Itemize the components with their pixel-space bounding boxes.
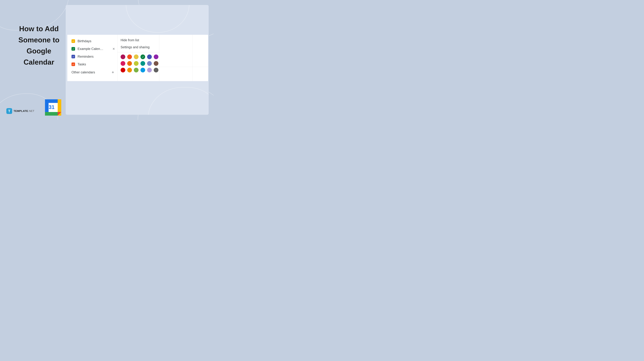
brand-name: TEMPLATE — [14, 110, 28, 112]
other-calendars-label: Other calendars — [72, 70, 95, 74]
page-title: How to Add Someone to Google Calendar — [13, 23, 65, 68]
color-swatch-selected[interactable] — [140, 54, 145, 59]
color-swatch[interactable] — [127, 68, 132, 72]
calendar-list: Birthdays Example Calen… Reminders — [67, 35, 118, 81]
color-picker — [118, 54, 159, 72]
inner-panel: Birthdays Example Calen… Reminders — [66, 5, 209, 115]
calendar-label: Tasks — [78, 62, 115, 66]
google-calendar-logo-icon: 31 — [45, 99, 61, 116]
checkbox-icon[interactable] — [72, 47, 75, 51]
close-icon[interactable] — [112, 47, 115, 50]
calendar-row-reminders[interactable]: Reminders — [72, 54, 115, 60]
color-swatch[interactable] — [127, 61, 132, 66]
svg-rect-5 — [45, 103, 48, 112]
color-swatch[interactable] — [154, 68, 158, 72]
menu-settings-sharing[interactable]: Settings and sharing — [118, 44, 159, 51]
brand-suffix: .NET — [28, 110, 34, 112]
color-swatch[interactable] — [134, 54, 138, 59]
calendar-label: Reminders — [78, 55, 115, 58]
color-swatch[interactable] — [154, 54, 158, 59]
color-swatch[interactable] — [154, 61, 158, 66]
color-swatch[interactable] — [134, 61, 138, 66]
color-swatch[interactable] — [127, 54, 132, 59]
calendar-context-menu: Hide from list Settings and sharing — [118, 35, 159, 81]
brand-badge: T TEMPLATE.NET — [6, 108, 34, 114]
color-swatch[interactable] — [140, 68, 145, 72]
decor-curve — [148, 87, 209, 115]
checkbox-icon[interactable] — [72, 62, 75, 66]
color-swatch[interactable] — [134, 68, 138, 72]
other-calendars-row[interactable]: Other calendars — [72, 70, 115, 74]
calendar-label: Birthdays — [78, 39, 115, 43]
decor-curve — [126, 5, 189, 32]
calendar-row-example[interactable]: Example Calen… — [72, 46, 115, 52]
color-swatch[interactable] — [147, 61, 152, 66]
calendar-label: Example Calen… — [78, 47, 110, 51]
color-swatch[interactable] — [120, 61, 125, 66]
brand-text: TEMPLATE.NET — [14, 110, 34, 112]
plus-icon[interactable] — [111, 70, 115, 74]
calendar-screenshot: Birthdays Example Calen… Reminders — [67, 35, 208, 81]
svg-rect-3 — [45, 112, 58, 116]
calendar-grid — [159, 35, 208, 81]
color-swatch[interactable] — [120, 54, 125, 59]
svg-text:31: 31 — [49, 104, 54, 110]
calendar-row-tasks[interactable]: Tasks — [72, 61, 115, 67]
calendar-row-birthdays[interactable]: Birthdays — [72, 38, 115, 44]
color-swatch[interactable] — [147, 68, 152, 72]
color-swatch[interactable] — [120, 68, 125, 72]
brand-logo-icon: T — [6, 108, 12, 114]
menu-hide-from-list[interactable]: Hide from list — [118, 37, 159, 44]
color-swatch[interactable] — [147, 54, 152, 59]
color-swatch[interactable] — [140, 61, 145, 66]
checkbox-icon[interactable] — [72, 55, 75, 58]
checkbox-icon[interactable] — [72, 39, 75, 43]
